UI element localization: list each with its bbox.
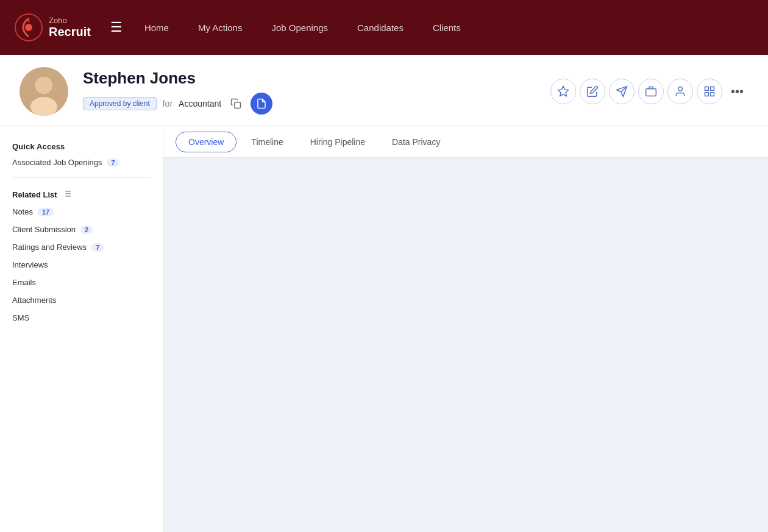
recruit-text: Recruit: [49, 25, 91, 38]
quick-access-title: Quick Access: [0, 138, 163, 154]
svg-rect-13: [705, 93, 708, 96]
profile-meta: Approved by client for Accountant: [83, 93, 550, 115]
position-label: Accountant: [179, 99, 221, 108]
logo-text: Zoho Recruit: [49, 16, 91, 38]
client-submission-label: Client Submission: [12, 225, 76, 234]
hamburger-menu[interactable]: ☰: [110, 20, 123, 35]
associated-badge: 7: [107, 158, 119, 167]
profile-info: Stephen Jones Approved by client for Acc…: [83, 69, 550, 115]
svg-rect-6: [235, 102, 241, 108]
ratings-label: Ratings and Reviews: [12, 243, 87, 252]
sidebar-item-sms[interactable]: SMS: [0, 309, 163, 327]
profile-header: Stephen Jones Approved by client for Acc…: [0, 55, 768, 126]
nav-links: Home My Actions Job Openings Candidates …: [144, 23, 461, 33]
avatar: [20, 67, 68, 116]
more-btn[interactable]: •••: [726, 82, 748, 101]
tab-overview[interactable]: Overview: [176, 132, 236, 152]
sidebar-item-attachments[interactable]: Attachments: [0, 291, 163, 309]
svg-rect-9: [646, 89, 656, 96]
nav-candidates[interactable]: Candidates: [357, 23, 404, 33]
notes-label: Notes: [12, 207, 33, 216]
tab-timeline[interactable]: Timeline: [239, 132, 295, 152]
sidebar: Quick Access Associated Job Openings 7 R…: [0, 126, 163, 532]
nav-job-openings[interactable]: Job Openings: [271, 23, 328, 33]
nav-clients[interactable]: Clients: [433, 23, 461, 33]
grid-action-btn[interactable]: [697, 79, 722, 104]
zoho-text: Zoho: [49, 16, 91, 25]
tab-data-privacy[interactable]: Data Privacy: [380, 132, 452, 152]
sms-label: SMS: [12, 313, 29, 322]
tab-hiring-pipeline[interactable]: Hiring Pipeline: [298, 132, 377, 152]
nav-home[interactable]: Home: [144, 23, 169, 33]
svg-point-5: [35, 77, 52, 94]
main-layout: Quick Access Associated Job Openings 7 R…: [0, 126, 768, 532]
svg-rect-12: [711, 87, 714, 91]
for-label: for: [163, 99, 172, 108]
sidebar-item-interviews[interactable]: Interviews: [0, 256, 163, 274]
logo[interactable]: Zoho Recruit: [15, 13, 91, 41]
related-list-header: Related List: [0, 184, 163, 203]
status-badge: Approved by client: [83, 97, 157, 110]
sidebar-item-associated-job-openings[interactable]: Associated Job Openings 7: [0, 154, 163, 171]
briefcase-action-btn[interactable]: [638, 79, 664, 104]
action-icons: •••: [550, 79, 748, 104]
copy-icon[interactable]: [227, 95, 244, 112]
svg-rect-14: [711, 93, 714, 96]
svg-point-10: [678, 87, 683, 91]
ratings-badge: 7: [91, 243, 104, 252]
sidebar-item-client-submission[interactable]: Client Submission 2: [0, 221, 163, 238]
filter-icon[interactable]: [62, 189, 72, 200]
associated-job-label: Associated Job Openings: [12, 158, 102, 167]
sidebar-item-ratings[interactable]: Ratings and Reviews 7: [0, 238, 163, 256]
tabs-bar: Overview Timeline Hiring Pipeline Data P…: [163, 126, 768, 158]
attachments-label: Attachments: [12, 296, 56, 305]
profile-name: Stephen Jones: [83, 69, 550, 88]
svg-point-4: [30, 97, 57, 116]
user-action-btn[interactable]: [667, 79, 693, 104]
send-action-btn[interactable]: [609, 79, 635, 104]
edit-action-btn[interactable]: [580, 79, 605, 104]
client-submission-badge: 2: [80, 225, 93, 234]
emails-label: Emails: [12, 278, 36, 287]
ai-action-btn[interactable]: [550, 79, 576, 104]
sidebar-item-notes[interactable]: Notes 17: [0, 203, 163, 221]
sidebar-divider: [12, 177, 151, 178]
nav-my-actions[interactable]: My Actions: [198, 23, 243, 33]
related-list-title: Related List: [12, 190, 57, 199]
navbar: Zoho Recruit ☰ Home My Actions Job Openi…: [0, 0, 768, 55]
svg-rect-11: [705, 87, 708, 91]
notes-badge: 17: [38, 208, 54, 216]
svg-point-1: [25, 24, 32, 31]
content-body: [163, 158, 768, 523]
content-area: Overview Timeline Hiring Pipeline Data P…: [163, 126, 768, 532]
profile-blue-btn[interactable]: [251, 93, 272, 115]
sidebar-item-emails[interactable]: Emails: [0, 274, 163, 291]
interviews-label: Interviews: [12, 260, 48, 269]
